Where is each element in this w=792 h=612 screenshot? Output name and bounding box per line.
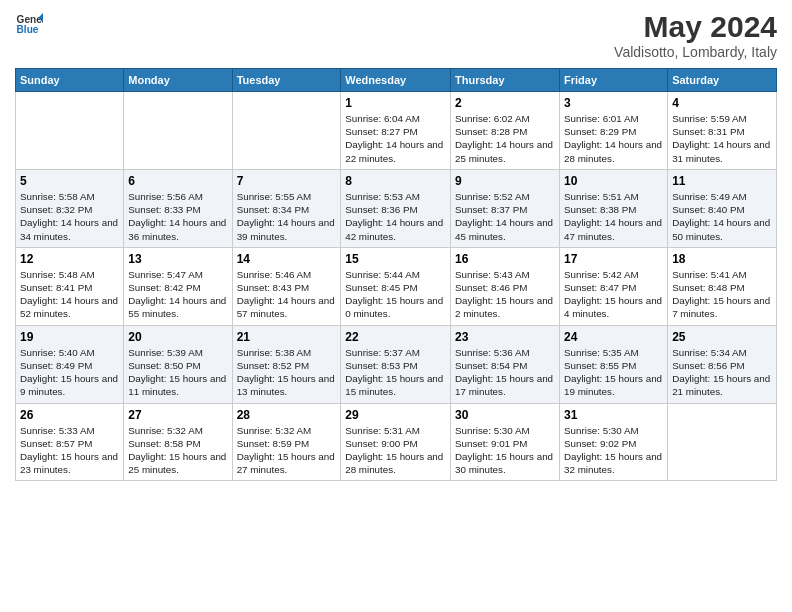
day-number: 3 xyxy=(564,96,663,110)
day-info: Sunrise: 5:32 AMSunset: 8:58 PMDaylight:… xyxy=(128,425,226,476)
cell-week0-day5: 3Sunrise: 6:01 AMSunset: 8:29 PMDaylight… xyxy=(560,92,668,170)
cell-week0-day1 xyxy=(124,92,232,170)
cell-week4-day4: 30Sunrise: 5:30 AMSunset: 9:01 PMDayligh… xyxy=(451,403,560,481)
day-number: 10 xyxy=(564,174,663,188)
day-number: 12 xyxy=(20,252,119,266)
cell-week0-day3: 1Sunrise: 6:04 AMSunset: 8:27 PMDaylight… xyxy=(341,92,451,170)
cell-week0-day2 xyxy=(232,92,341,170)
day-number: 16 xyxy=(455,252,555,266)
cell-week2-day3: 15Sunrise: 5:44 AMSunset: 8:45 PMDayligh… xyxy=(341,247,451,325)
day-info: Sunrise: 5:52 AMSunset: 8:37 PMDaylight:… xyxy=(455,191,553,242)
cell-week4-day1: 27Sunrise: 5:32 AMSunset: 8:58 PMDayligh… xyxy=(124,403,232,481)
col-thursday: Thursday xyxy=(451,69,560,92)
day-info: Sunrise: 5:41 AMSunset: 8:48 PMDaylight:… xyxy=(672,269,770,320)
day-number: 6 xyxy=(128,174,227,188)
cell-week1-day4: 9Sunrise: 5:52 AMSunset: 8:37 PMDaylight… xyxy=(451,169,560,247)
day-number: 9 xyxy=(455,174,555,188)
cell-week3-day6: 25Sunrise: 5:34 AMSunset: 8:56 PMDayligh… xyxy=(668,325,777,403)
day-number: 19 xyxy=(20,330,119,344)
logo: General Blue xyxy=(15,10,43,38)
cell-week4-day3: 29Sunrise: 5:31 AMSunset: 9:00 PMDayligh… xyxy=(341,403,451,481)
day-info: Sunrise: 5:35 AMSunset: 8:55 PMDaylight:… xyxy=(564,347,662,398)
cell-week3-day0: 19Sunrise: 5:40 AMSunset: 8:49 PMDayligh… xyxy=(16,325,124,403)
day-info: Sunrise: 5:36 AMSunset: 8:54 PMDaylight:… xyxy=(455,347,553,398)
calendar-subtitle: Valdisotto, Lombardy, Italy xyxy=(614,44,777,60)
day-info: Sunrise: 5:32 AMSunset: 8:59 PMDaylight:… xyxy=(237,425,335,476)
col-saturday: Saturday xyxy=(668,69,777,92)
cell-week4-day6 xyxy=(668,403,777,481)
day-number: 31 xyxy=(564,408,663,422)
day-info: Sunrise: 5:51 AMSunset: 8:38 PMDaylight:… xyxy=(564,191,662,242)
header-row: Sunday Monday Tuesday Wednesday Thursday… xyxy=(16,69,777,92)
day-number: 15 xyxy=(345,252,446,266)
cell-week2-day5: 17Sunrise: 5:42 AMSunset: 8:47 PMDayligh… xyxy=(560,247,668,325)
cell-week4-day5: 31Sunrise: 5:30 AMSunset: 9:02 PMDayligh… xyxy=(560,403,668,481)
day-info: Sunrise: 5:44 AMSunset: 8:45 PMDaylight:… xyxy=(345,269,443,320)
cell-week1-day1: 6Sunrise: 5:56 AMSunset: 8:33 PMDaylight… xyxy=(124,169,232,247)
cell-week3-day4: 23Sunrise: 5:36 AMSunset: 8:54 PMDayligh… xyxy=(451,325,560,403)
cell-week2-day0: 12Sunrise: 5:48 AMSunset: 8:41 PMDayligh… xyxy=(16,247,124,325)
day-info: Sunrise: 5:56 AMSunset: 8:33 PMDaylight:… xyxy=(128,191,226,242)
day-info: Sunrise: 5:38 AMSunset: 8:52 PMDaylight:… xyxy=(237,347,335,398)
cell-week1-day2: 7Sunrise: 5:55 AMSunset: 8:34 PMDaylight… xyxy=(232,169,341,247)
day-info: Sunrise: 6:02 AMSunset: 8:28 PMDaylight:… xyxy=(455,113,553,164)
cell-week3-day2: 21Sunrise: 5:38 AMSunset: 8:52 PMDayligh… xyxy=(232,325,341,403)
col-friday: Friday xyxy=(560,69,668,92)
day-info: Sunrise: 5:58 AMSunset: 8:32 PMDaylight:… xyxy=(20,191,118,242)
day-number: 7 xyxy=(237,174,337,188)
logo-icon: General Blue xyxy=(15,10,43,38)
calendar-page: General Blue May 2024 Valdisotto, Lombar… xyxy=(0,0,792,612)
day-info: Sunrise: 5:42 AMSunset: 8:47 PMDaylight:… xyxy=(564,269,662,320)
page-header: General Blue May 2024 Valdisotto, Lombar… xyxy=(15,10,777,60)
cell-week1-day0: 5Sunrise: 5:58 AMSunset: 8:32 PMDaylight… xyxy=(16,169,124,247)
cell-week3-day3: 22Sunrise: 5:37 AMSunset: 8:53 PMDayligh… xyxy=(341,325,451,403)
day-info: Sunrise: 5:47 AMSunset: 8:42 PMDaylight:… xyxy=(128,269,226,320)
day-info: Sunrise: 6:04 AMSunset: 8:27 PMDaylight:… xyxy=(345,113,443,164)
week-row-3: 19Sunrise: 5:40 AMSunset: 8:49 PMDayligh… xyxy=(16,325,777,403)
day-number: 1 xyxy=(345,96,446,110)
cell-week2-day1: 13Sunrise: 5:47 AMSunset: 8:42 PMDayligh… xyxy=(124,247,232,325)
day-info: Sunrise: 5:37 AMSunset: 8:53 PMDaylight:… xyxy=(345,347,443,398)
day-info: Sunrise: 5:48 AMSunset: 8:41 PMDaylight:… xyxy=(20,269,118,320)
day-info: Sunrise: 5:43 AMSunset: 8:46 PMDaylight:… xyxy=(455,269,553,320)
day-number: 14 xyxy=(237,252,337,266)
col-monday: Monday xyxy=(124,69,232,92)
week-row-4: 26Sunrise: 5:33 AMSunset: 8:57 PMDayligh… xyxy=(16,403,777,481)
day-info: Sunrise: 5:39 AMSunset: 8:50 PMDaylight:… xyxy=(128,347,226,398)
day-info: Sunrise: 6:01 AMSunset: 8:29 PMDaylight:… xyxy=(564,113,662,164)
day-number: 28 xyxy=(237,408,337,422)
calendar-title: May 2024 xyxy=(614,10,777,44)
day-info: Sunrise: 5:30 AMSunset: 9:02 PMDaylight:… xyxy=(564,425,662,476)
cell-week2-day4: 16Sunrise: 5:43 AMSunset: 8:46 PMDayligh… xyxy=(451,247,560,325)
day-number: 29 xyxy=(345,408,446,422)
col-sunday: Sunday xyxy=(16,69,124,92)
calendar-table: Sunday Monday Tuesday Wednesday Thursday… xyxy=(15,68,777,481)
col-tuesday: Tuesday xyxy=(232,69,341,92)
cell-week0-day4: 2Sunrise: 6:02 AMSunset: 8:28 PMDaylight… xyxy=(451,92,560,170)
day-number: 24 xyxy=(564,330,663,344)
day-number: 11 xyxy=(672,174,772,188)
day-number: 21 xyxy=(237,330,337,344)
day-number: 5 xyxy=(20,174,119,188)
day-number: 18 xyxy=(672,252,772,266)
cell-week2-day2: 14Sunrise: 5:46 AMSunset: 8:43 PMDayligh… xyxy=(232,247,341,325)
week-row-0: 1Sunrise: 6:04 AMSunset: 8:27 PMDaylight… xyxy=(16,92,777,170)
day-number: 27 xyxy=(128,408,227,422)
cell-week4-day2: 28Sunrise: 5:32 AMSunset: 8:59 PMDayligh… xyxy=(232,403,341,481)
week-row-2: 12Sunrise: 5:48 AMSunset: 8:41 PMDayligh… xyxy=(16,247,777,325)
day-info: Sunrise: 5:30 AMSunset: 9:01 PMDaylight:… xyxy=(455,425,553,476)
day-number: 20 xyxy=(128,330,227,344)
day-number: 22 xyxy=(345,330,446,344)
day-number: 26 xyxy=(20,408,119,422)
day-info: Sunrise: 5:49 AMSunset: 8:40 PMDaylight:… xyxy=(672,191,770,242)
day-number: 13 xyxy=(128,252,227,266)
day-info: Sunrise: 5:55 AMSunset: 8:34 PMDaylight:… xyxy=(237,191,335,242)
cell-week0-day6: 4Sunrise: 5:59 AMSunset: 8:31 PMDaylight… xyxy=(668,92,777,170)
cell-week4-day0: 26Sunrise: 5:33 AMSunset: 8:57 PMDayligh… xyxy=(16,403,124,481)
svg-text:Blue: Blue xyxy=(17,24,39,35)
day-info: Sunrise: 5:31 AMSunset: 9:00 PMDaylight:… xyxy=(345,425,443,476)
cell-week0-day0 xyxy=(16,92,124,170)
day-number: 4 xyxy=(672,96,772,110)
day-info: Sunrise: 5:53 AMSunset: 8:36 PMDaylight:… xyxy=(345,191,443,242)
cell-week1-day5: 10Sunrise: 5:51 AMSunset: 8:38 PMDayligh… xyxy=(560,169,668,247)
